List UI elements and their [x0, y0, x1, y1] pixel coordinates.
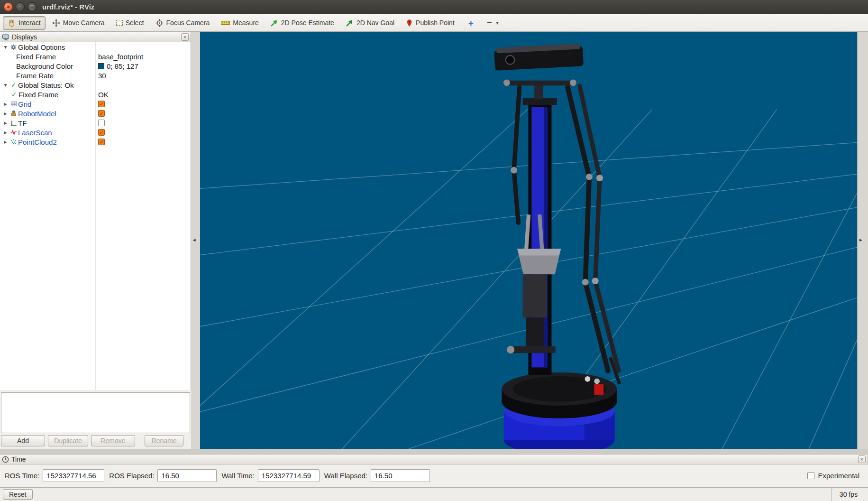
check-icon: ✓	[9, 81, 18, 89]
tool-label: Move Camera	[63, 19, 105, 27]
horizontal-splitter[interactable]	[0, 449, 868, 454]
gear-icon	[9, 44, 18, 51]
move-camera-icon	[52, 19, 60, 27]
displays-panel-header[interactable]: Displays ×	[0, 32, 191, 42]
rename-button[interactable]: Rename	[145, 435, 183, 446]
3d-scene	[200, 32, 857, 449]
main-area: Displays × ▾ Global Options Fixed Frame …	[0, 32, 868, 449]
check-icon: ✓	[9, 91, 18, 98]
right-splitter[interactable]: ▸	[857, 32, 868, 449]
ros-elapsed-label: ROS Elapsed:	[109, 472, 154, 480]
time-panel: Time × ROS Time: ROS Elapsed: Wall Time:…	[0, 454, 868, 487]
maximize-window-icon[interactable]: ▢	[27, 2, 37, 11]
panel-title: Displays	[12, 33, 179, 41]
collapse-right-icon[interactable]: ▸	[859, 237, 862, 243]
tool-label: 2D Nav Goal	[356, 19, 394, 27]
ros-time-input[interactable]	[43, 469, 104, 482]
render-view[interactable]	[200, 32, 857, 449]
pose-arrow-icon	[270, 19, 278, 27]
tool-label: 2D Pose Estimate	[281, 19, 334, 27]
wall-elapsed-input[interactable]	[371, 469, 430, 482]
display-enabled-checkbox[interactable]: ✓	[98, 139, 105, 145]
wall-elapsed-label: Wall Elapsed:	[324, 472, 367, 480]
focus-camera-icon	[155, 19, 164, 27]
displays-icon	[2, 34, 9, 41]
chevron-right-icon[interactable]: ▸	[2, 101, 9, 107]
displays-buttons: Add Duplicate Remove Rename	[0, 435, 191, 449]
wall-time-input[interactable]	[258, 469, 320, 482]
chevron-right-icon[interactable]: ▸	[2, 139, 9, 145]
plus-icon: +	[468, 19, 474, 28]
experimental-checkbox[interactable]: ✓	[807, 472, 814, 479]
display-enabled-checkbox[interactable]: ✓	[98, 110, 105, 117]
tf-icon	[9, 120, 18, 126]
tool-label: Interact	[18, 19, 41, 27]
tool-label: Focus Camera	[166, 19, 210, 27]
fixed-frame-value[interactable]: base_footprint	[95, 53, 191, 61]
ros-time-label: ROS Time:	[5, 472, 39, 480]
remove-button[interactable]: Remove	[91, 435, 135, 446]
wall-time-label: Wall Time:	[221, 472, 254, 480]
collapse-left-icon[interactable]: ◂	[193, 237, 196, 243]
clock-icon	[2, 456, 9, 463]
head-camera	[494, 43, 584, 71]
remove-tool-button[interactable]: − ▾	[484, 16, 502, 30]
color-swatch[interactable]	[98, 63, 104, 69]
close-window-icon[interactable]: ×	[4, 2, 13, 11]
experimental-label: Experimental	[818, 472, 859, 480]
displays-tree: ▾ Global Options Fixed Frame base_footpr…	[0, 42, 191, 390]
rviz-window: × − ▢ urdf.rviz* - RViz Interact Move Ca…	[0, 0, 868, 501]
chevron-down-icon[interactable]: ▾	[2, 82, 9, 88]
tool-select[interactable]: Select	[111, 16, 149, 30]
background-color-value[interactable]: 0; 85; 127	[107, 62, 138, 70]
ros-elapsed-input[interactable]	[157, 469, 217, 482]
robot-icon	[9, 110, 18, 117]
panel-splitter[interactable]: ◂	[191, 32, 200, 449]
minimize-window-icon[interactable]: −	[16, 2, 25, 11]
add-button[interactable]: Add	[1, 435, 45, 446]
grid-icon	[9, 101, 18, 107]
tool-label: Measure	[233, 19, 258, 27]
tool-label: Select	[126, 19, 144, 27]
window-title: urdf.rviz* - RViz	[42, 3, 94, 11]
add-tool-button[interactable]: +	[465, 16, 477, 30]
time-panel-header[interactable]: Time ×	[0, 454, 868, 464]
duplicate-button[interactable]: Duplicate	[48, 435, 88, 446]
titlebar: × − ▢ urdf.rviz* - RViz	[0, 0, 868, 14]
display-enabled-checkbox[interactable]: ✓	[98, 120, 105, 126]
robot-model	[494, 43, 620, 449]
minus-icon: −	[487, 19, 492, 27]
tool-move-camera[interactable]: Move Camera	[47, 16, 110, 30]
toolbar: Interact Move Camera Select Focus Camera…	[0, 14, 868, 32]
chevron-down-icon: ▾	[496, 20, 498, 26]
column-divider	[95, 42, 96, 390]
tool-2d-nav-goal[interactable]: 2D Nav Goal	[341, 16, 399, 30]
time-fields: ROS Time: ROS Elapsed: Wall Time: Wall E…	[0, 464, 868, 487]
display-enabled-checkbox[interactable]: ✓	[98, 129, 105, 136]
tool-measure[interactable]: Measure	[216, 16, 263, 30]
status-value: OK	[95, 91, 191, 99]
window-controls: × − ▢	[4, 2, 37, 11]
laser-icon	[9, 129, 18, 136]
reset-button[interactable]: Reset	[3, 489, 33, 500]
tool-2d-pose-estimate[interactable]: 2D Pose Estimate	[265, 16, 339, 30]
hand-icon	[8, 19, 16, 27]
tool-focus-camera[interactable]: Focus Camera	[151, 16, 215, 30]
panel-close-icon[interactable]: ×	[181, 33, 189, 41]
select-box-icon	[116, 20, 123, 26]
chevron-down-icon[interactable]: ▾	[2, 44, 9, 50]
chevron-right-icon[interactable]: ▸	[2, 129, 9, 136]
chevron-right-icon[interactable]: ▸	[2, 110, 9, 117]
tool-interact[interactable]: Interact	[3, 16, 46, 30]
display-enabled-checkbox[interactable]: ✓	[98, 101, 105, 107]
publish-point-icon	[406, 19, 413, 27]
statusbar: Reset 30 fps	[0, 487, 868, 501]
panel-title: Time	[11, 455, 856, 463]
time-close-icon[interactable]: ×	[858, 455, 866, 463]
nav-arrow-icon	[346, 19, 354, 27]
tool-label: Publish Point	[416, 19, 455, 27]
chevron-right-icon[interactable]: ▸	[2, 120, 9, 126]
tool-publish-point[interactable]: Publish Point	[401, 16, 459, 30]
frame-rate-value[interactable]: 30	[95, 72, 191, 80]
pointcloud-icon	[9, 139, 18, 145]
